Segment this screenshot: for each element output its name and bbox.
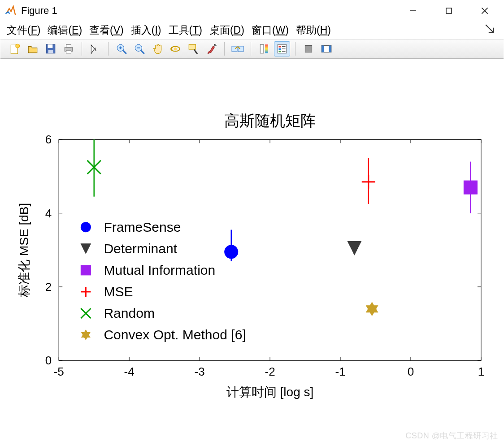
svg-rect-79 [464, 181, 477, 194]
svg-rect-29 [278, 48, 281, 50]
menu-bar: 文件(F) 编辑(E) 查看(V) 插入(I) 工具(T) 桌面(D) 窗口(W… [0, 21, 504, 39]
dock-figure-button[interactable] [485, 24, 499, 36]
svg-rect-22 [189, 44, 196, 49]
svg-rect-8 [48, 44, 53, 48]
menu-insert[interactable]: 插入(I) [129, 23, 163, 37]
svg-text:Random: Random [104, 306, 155, 320]
svg-text:-1: -1 [335, 365, 345, 378]
save-icon[interactable] [43, 41, 59, 56]
rotate-3d-icon[interactable] [167, 41, 183, 56]
menu-view[interactable]: 查看(V) [87, 23, 126, 37]
svg-point-21 [174, 48, 177, 51]
insert-legend-icon[interactable] [274, 41, 290, 56]
legend-item[interactable]: Convex Opt. Method [6] [82, 327, 246, 342]
matlab-app-icon [4, 4, 17, 17]
show-plot-tools-icon[interactable] [318, 41, 335, 56]
svg-rect-9 [48, 50, 53, 53]
menu-help[interactable]: 帮助(H) [294, 23, 333, 37]
svg-rect-26 [265, 44, 268, 53]
svg-rect-36 [322, 45, 324, 52]
svg-rect-93 [81, 265, 91, 275]
data-cursor-icon[interactable] [185, 41, 201, 56]
svg-rect-30 [278, 51, 281, 52]
title-bar: Figure 1 [0, 0, 504, 21]
svg-text:4: 4 [45, 207, 52, 220]
window-minimize-button[interactable] [404, 2, 422, 20]
zoom-out-icon[interactable] [131, 41, 148, 56]
zoom-in-icon[interactable] [113, 41, 130, 56]
svg-text:高斯随机矩阵: 高斯随机矩阵 [224, 112, 316, 129]
figure-toolbar [0, 39, 504, 59]
new-figure-icon[interactable] [7, 41, 23, 56]
window-close-button[interactable] [476, 2, 494, 20]
figure-canvas[interactable]: -5-4-3-2-1010246高斯随机矩阵计算时间 [log s]标准化 MS… [0, 60, 504, 446]
svg-text:0: 0 [408, 365, 414, 378]
svg-point-89 [81, 222, 91, 232]
svg-text:-4: -4 [124, 365, 135, 378]
print-icon[interactable] [61, 41, 77, 56]
window-maximize-button[interactable] [440, 2, 458, 20]
svg-text:0: 0 [45, 354, 52, 367]
pan-icon[interactable] [149, 41, 165, 56]
link-plots-icon[interactable] [230, 41, 246, 56]
svg-text:-3: -3 [195, 365, 205, 378]
menu-desktop[interactable]: 桌面(D) [208, 23, 246, 37]
svg-point-76 [225, 245, 238, 259]
svg-text:-2: -2 [265, 365, 275, 378]
menu-window[interactable]: 窗口(W) [250, 23, 291, 37]
svg-text:6: 6 [45, 133, 52, 146]
svg-text:1: 1 [478, 365, 484, 378]
hide-plot-tools-icon[interactable] [300, 41, 317, 56]
svg-line-18 [141, 50, 144, 54]
svg-text:-5: -5 [54, 365, 64, 378]
svg-rect-34 [305, 45, 312, 52]
menu-tools[interactable]: 工具(T) [167, 23, 204, 37]
svg-point-6 [16, 44, 20, 48]
window-title: Figure 1 [21, 5, 57, 17]
scatter-plot: -5-4-3-2-1010246高斯随机矩阵计算时间 [log s]标准化 MS… [0, 60, 504, 446]
brush-icon[interactable] [203, 41, 219, 56]
svg-rect-11 [66, 44, 71, 48]
svg-line-14 [123, 50, 126, 54]
figure-window: Figure 1 文件(F) 编辑(E) 查看(V) 插入(I) 工具(T) 桌… [0, 0, 504, 446]
svg-rect-25 [260, 44, 264, 53]
svg-text:Determinant: Determinant [104, 241, 177, 256]
watermark: CSDN @电气工程研习社 [405, 430, 498, 441]
svg-text:FrameSense: FrameSense [104, 220, 181, 234]
edit-plot-icon[interactable] [87, 41, 103, 56]
svg-text:计算时间 [log s]: 计算时间 [log s] [226, 385, 314, 399]
svg-rect-37 [329, 45, 331, 52]
svg-text:标准化 MSE [dB]: 标准化 MSE [dB] [17, 203, 31, 298]
svg-text:Convex Opt. Method [6]: Convex Opt. Method [6] [104, 327, 246, 342]
svg-text:MSE: MSE [104, 284, 133, 299]
menu-edit[interactable]: 编辑(E) [46, 23, 84, 37]
svg-rect-12 [66, 50, 71, 53]
insert-colorbar-icon[interactable] [256, 41, 272, 56]
menu-file[interactable]: 文件(F) [5, 23, 42, 37]
svg-text:Mutual Information: Mutual Information [104, 263, 215, 277]
svg-text:2: 2 [45, 280, 52, 294]
open-file-icon[interactable] [25, 41, 41, 56]
svg-rect-28 [278, 46, 281, 48]
svg-rect-1 [446, 8, 452, 13]
